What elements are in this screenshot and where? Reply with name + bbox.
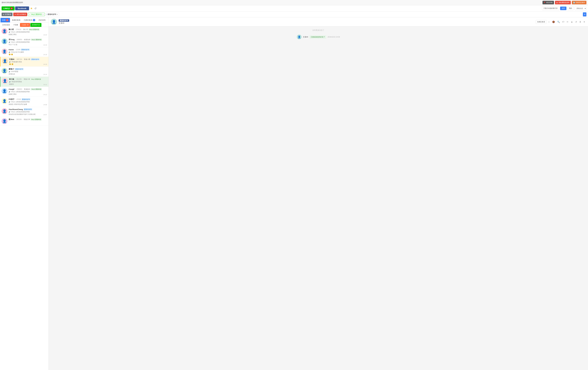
close-tag-very1-icon[interactable]: ✕ — [42, 13, 44, 15]
list-item[interactable]: 👤 XiaoShuenCheng 愛發科技FB 🔊 Very1 企業資源規劃說明… — [0, 107, 49, 117]
chat-header-tools: 未綁定會員 ☆ 🔕 🔍 🏷 ✏ ▲ ↺ ⬇ ✕ — [536, 20, 586, 24]
nav-right-controls: 只顯示未讀的聊天室 全部 我的 所有分店 — [542, 6, 587, 10]
friend-name-label: 文進Mi — [303, 36, 308, 38]
all-count-badge: 20 — [6, 19, 8, 21]
download-icon[interactable]: ⬇ — [578, 20, 582, 24]
mine-tab-button[interactable]: 我的 — [567, 6, 574, 10]
up-icon[interactable]: ▲ — [570, 20, 574, 23]
chat-time: 14:12 — [43, 94, 47, 95]
speaker-icon: 🔊 — [9, 61, 11, 63]
tab-facebook[interactable]: facebook — [15, 6, 29, 10]
friend-time: 2019/10/15 19:38 — [328, 36, 340, 38]
avatar: 👤 — [1, 88, 7, 94]
list-item[interactable]: 👤 林小妹 ・291255・ 客服小車 Very1 愛發科技 🔊 #租賃管理系統… — [0, 77, 49, 87]
chat-name: XiaoShuenCheng — [9, 108, 23, 110]
gear-icon: ⚙ — [3, 13, 4, 15]
avatar: 👤 — [1, 38, 7, 44]
top-bar: 還有6日將自動清除瀏覽器資料 🚩 錯誤回報 🗑 清除瀏覽器資料 🔄 回復預設條件 — [0, 0, 588, 5]
list-item[interactable]: 👤 宋Yong ・288656・ 歐陽怡婷 Very1 愛發科技 🔊 Very1… — [0, 37, 49, 47]
chat-list: 👤 陳小君 ・279132・ 陳小芳 Very1 愛發科技 🔊 Very1 企業… — [0, 27, 49, 370]
clear-browser-button[interactable]: 🗑 清除瀏覽器資料 — [555, 1, 571, 4]
history-icon[interactable]: ↺ — [34, 6, 37, 11]
tag-fb: 愛發科技FB — [21, 98, 30, 100]
speaker-icon: 🔊 — [9, 51, 10, 53]
manage-account-button[interactable]: ⚙ 管理帳號 — [1, 13, 12, 16]
friend-status: 已接成為您的好友了 — [309, 35, 326, 39]
tag-fb: 愛發科技FB — [23, 108, 32, 110]
line-badge: 20 — [10, 7, 13, 10]
list-item[interactable]: 👤 PR辰子 ・47433 愛發科技FB 🔊 Very1 企業資源規劃說明會 謝… — [0, 97, 49, 107]
top-bar-notice: 還有6日將自動清除瀏覽器資料 — [1, 1, 23, 4]
chat-time: 14:23 — [43, 34, 47, 36]
friend-avatar: 👤 — [297, 35, 302, 39]
tab-line[interactable]: LINE@ 20 — [1, 6, 15, 11]
unconfirmed-member-button[interactable]: 未綁定會員 — [536, 20, 546, 24]
avatar: 👤 — [2, 58, 8, 64]
sub-tab-no-need[interactable]: 不需要 — [12, 23, 20, 27]
star-icon[interactable]: ★ — [30, 6, 33, 11]
tab-unconfirmed[interactable]: 未綁定會員 — [10, 18, 22, 22]
right-panel: 👤 愛發科技FB 文進Mi 未綁定會員 ☆ 🔕 🔍 🏷 ✏ ▲ ↺ ⬇ ✕ — [49, 17, 588, 370]
search-icon[interactable]: 🔍 — [556, 20, 561, 24]
avatar: 👤 — [1, 108, 7, 114]
tag-very1: Very1 愛發科技 — [29, 28, 40, 31]
tag-fb: 愛發科技FB — [15, 68, 24, 70]
list-item[interactable]: 👤 陳小君 ・279132・ 陳小芳 Very1 愛發科技 🔊 Very1 企業… — [0, 27, 49, 37]
speaker-icon: 🔊 — [9, 111, 10, 113]
list-item[interactable]: 👤 文進Mi ・305718・ 客服小鄭 愛發科技FB 🔊 #客服邀約系統 😊 … — [0, 57, 49, 67]
unread-filter-button[interactable]: 只顯示未讀的聊天室 — [542, 6, 559, 10]
sub-tab-arrive[interactable]: 已到未成交 — [0, 23, 11, 27]
list-item[interactable]: 👤 嘉瑞JY 愛發科技FB 🔊 #APP開發 搭瓈訊息 14:14 — [0, 67, 49, 77]
tag-icon[interactable]: 🏷 — [561, 20, 565, 23]
branch-select[interactable]: 所有分店 — [575, 7, 587, 10]
chat-name: 姜Jess — [9, 118, 14, 121]
all-tab-button[interactable]: 全部 — [560, 7, 567, 10]
list-view-button[interactable]: ≡ — [583, 12, 587, 16]
filter-tag-very1[interactable]: ✓ Very1 愛發科技 ✕ — [28, 13, 45, 16]
chat-name: CindyF — [9, 88, 14, 90]
star-tool-icon[interactable]: ☆ — [547, 20, 551, 24]
chat-time: 14:18 — [43, 63, 47, 65]
tag-very1: Very1 愛發科技 — [31, 118, 42, 121]
tab-all[interactable]: 全部 20 — [0, 18, 10, 22]
filter-tag-fb[interactable]: f 愛發科技FB ✕ — [46, 13, 59, 16]
filter-bar-right: ≡ — [583, 12, 587, 16]
avatar: 👤 — [1, 118, 7, 124]
chat-time: 14:08 — [43, 104, 47, 106]
chat-header-avatar: 👤 — [51, 19, 57, 25]
list-item[interactable]: 👤 CindyF ・298930・ 客服嘉欣 Very1 愛發科技 🔊 Very… — [0, 87, 49, 97]
close-tag-fb-icon[interactable]: ✕ — [57, 13, 58, 15]
list-item[interactable]: 👤 Kelvin ・12166 愛發科技FB 🔊 #Very1全方位服務 😊 😊… — [0, 47, 49, 57]
tag-fb: 愛發科技FB — [21, 49, 30, 51]
flag-icon: 🚩 — [544, 2, 546, 4]
chat-header-name: 文進Mi — [59, 22, 534, 24]
list-item[interactable]: 👤 姜Jess ・283226・ 客服文華 Very1 愛發科技 — [0, 117, 49, 126]
edit-icon[interactable]: ✏ — [566, 20, 569, 24]
speaker-icon: 🔊 — [9, 101, 10, 103]
clear-all-button[interactable]: ✕ 清空全部帳號 — [13, 13, 27, 16]
sub-tab-search[interactable]: 搜尋聊天室 — [30, 23, 42, 27]
speaker-icon: 🔊 — [9, 71, 10, 73]
report-button[interactable]: 🚩 錯誤回報 — [543, 1, 554, 4]
tab-confirmed[interactable]: 已綁定會員 1 — [22, 18, 37, 22]
avatar: 👤 — [1, 68, 7, 74]
tag-fb: 愛發科技FB — [31, 58, 40, 61]
sub-tab-done[interactable]: 已成交 19 — [20, 23, 30, 27]
close-icon[interactable]: ✕ — [583, 20, 586, 24]
checkmark-icon: ✓ — [29, 13, 31, 15]
tab-appointment[interactable]: 約好未到 — [37, 18, 47, 22]
avatar: 👤 — [1, 49, 7, 54]
trash-icon: 🗑 — [556, 2, 558, 4]
chat-name: PR辰子 — [9, 98, 14, 100]
tab-row: 全部 20 未綁定會員 已綁定會員 1 約好未到 — [0, 17, 49, 22]
chat-time: 14:18 — [43, 54, 47, 55]
chat-time: 14:12 — [43, 84, 47, 85]
chat-name: 文進Mi — [9, 58, 14, 61]
refresh-icon[interactable]: ↺ — [575, 20, 578, 24]
avatar: 👤 — [1, 28, 7, 34]
confirmed-count-badge: 1 — [33, 19, 35, 21]
mute-icon[interactable]: 🔕 — [551, 20, 556, 24]
chat-name: 陳小君 — [9, 28, 14, 31]
restore-button[interactable]: 🔄 回復預設條件 — [572, 1, 587, 4]
avatar: 👤 — [1, 98, 7, 104]
